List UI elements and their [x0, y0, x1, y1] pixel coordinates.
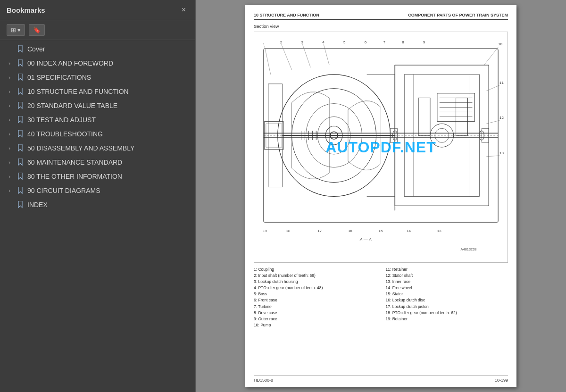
svg-text:2: 2: [280, 40, 283, 44]
svg-text:16: 16: [348, 228, 352, 233]
expand-arrow-icon[interactable]: ›: [6, 145, 13, 151]
section-view-label: Section view: [254, 24, 508, 29]
document-page: 10 STRUCTURE AND FUNCTION COMPONENT PART…: [245, 5, 516, 387]
svg-text:10: 10: [498, 42, 502, 46]
bookmark-item-cover[interactable]: ›Cover: [0, 42, 195, 56]
bookmark-label: 00 INDEX AND FOREWORD: [27, 59, 191, 67]
bookmark-flag-icon: [16, 173, 25, 180]
bookmark-flag-icon: [16, 187, 25, 194]
svg-text:1: 1: [263, 42, 265, 46]
bookmark-item-40[interactable]: ›40 TROUBLESHOOTING: [0, 127, 195, 141]
part-entry: 9: Outer race: [254, 316, 376, 322]
bookmark-item-10[interactable]: ›10 STRUCTURE AND FUNCTION: [0, 84, 195, 99]
document-panel: 10 STRUCTURE AND FUNCTION COMPONENT PART…: [196, 0, 566, 392]
expand-arrow-icon[interactable]: ›: [6, 117, 13, 123]
expand-all-button[interactable]: ⊞ ▾: [7, 24, 25, 36]
bookmark-item-30[interactable]: ›30 TEST AND ADJUST: [0, 113, 195, 127]
chevron-down-icon: ▾: [17, 26, 21, 33]
doc-header: 10 STRUCTURE AND FUNCTION COMPONENT PART…: [254, 13, 508, 20]
part-entry: 6: Front case: [254, 297, 376, 303]
part-entry: 14: Free wheel: [386, 285, 508, 291]
close-button[interactable]: ×: [179, 5, 189, 15]
svg-text:13: 13: [437, 228, 441, 233]
parts-list: 1: Coupling2: Input shaft (number of tee…: [254, 267, 508, 329]
svg-text:18: 18: [286, 228, 291, 233]
svg-text:A — A: A — A: [359, 237, 372, 242]
bookmark-flag-icon: [16, 116, 25, 124]
bookmark-item-90[interactable]: ›90 CIRCUIT DIAGRAMS: [0, 183, 195, 198]
bookmark-flag-icon: [16, 130, 25, 138]
svg-text:5: 5: [343, 40, 346, 44]
part-entry: 13: Inner race: [386, 279, 508, 285]
bookmark-list: ›Cover›00 INDEX AND FOREWORD›01 SPECIFIC…: [0, 40, 195, 392]
svg-text:7: 7: [383, 40, 385, 44]
expand-arrow-icon[interactable]: ›: [6, 188, 13, 193]
parts-col-right: 11: Retainer12: Stator shaft13: Inner ra…: [386, 267, 508, 329]
bookmark-item-00[interactable]: ›00 INDEX AND FOREWORD: [0, 56, 195, 70]
bookmarks-panel: Bookmarks × ⊞ ▾ 🔖 ›Cover›00 INDEX AND FO…: [0, 0, 196, 392]
bookmark-item-20[interactable]: ›20 STANDARD VALUE TABLE: [0, 99, 195, 113]
part-entry: 12: Stator shaft: [386, 273, 508, 279]
expand-arrow-icon[interactable]: ›: [6, 75, 13, 80]
bookmark-flag-icon: [16, 158, 25, 166]
bookmark-item-80[interactable]: ›80 THE OTHER INFORMATION: [0, 169, 195, 183]
bookmark-flag-icon: [16, 201, 25, 209]
bookmark-view-button[interactable]: 🔖: [29, 24, 45, 36]
bookmark-label: 50 DISASSEMBLY AND ASSEMBLY: [27, 144, 191, 152]
bookmark-item-01[interactable]: ›01 SPECIFICATIONS: [0, 70, 195, 84]
part-entry: 19: Retainer: [386, 316, 508, 322]
bookmark-flag-icon: [16, 59, 25, 67]
bookmark-label: Cover: [27, 45, 191, 53]
doc-footer-right: 10-199: [495, 378, 508, 383]
part-entry: 5: Boss: [254, 291, 376, 297]
bookmark-item-index[interactable]: ›INDEX: [0, 198, 195, 212]
bookmark-label: 40 TROUBLESHOOTING: [27, 130, 191, 138]
part-entry: 18: PTO idler gear (number of teeth: 62): [386, 310, 508, 316]
bookmark-label: 01 SPECIFICATIONS: [27, 74, 191, 81]
bookmark-flag-icon: [16, 102, 25, 109]
svg-text:8: 8: [402, 40, 404, 44]
part-entry: 16: Lockup clutch disc: [386, 297, 508, 303]
bookmark-item-50[interactable]: ›50 DISASSEMBLY AND ASSEMBLY: [0, 141, 195, 155]
expand-arrow-icon[interactable]: ›: [6, 60, 13, 66]
svg-text:4: 4: [322, 40, 325, 44]
expand-arrow-icon[interactable]: ›: [6, 131, 13, 137]
bookmark-label: 60 MAINTENANCE STANDARD: [27, 158, 191, 166]
svg-text:19: 19: [263, 228, 267, 233]
expand-arrow-icon[interactable]: ›: [6, 103, 13, 108]
svg-text:17: 17: [317, 228, 322, 233]
expand-arrow-icon[interactable]: ›: [6, 159, 13, 165]
diagram-container: AUTOPDF.NET 1 2 3 4 5 6 7 8 9 10 11 12 1…: [254, 32, 508, 263]
bookmark-label: INDEX: [27, 201, 191, 209]
doc-header-right: COMPONENT PARTS OF POWER TRAIN SYSTEM: [408, 13, 508, 17]
bookmark-item-60[interactable]: ›60 MAINTENANCE STANDARD: [0, 155, 195, 169]
svg-text:12: 12: [499, 116, 504, 120]
part-entry: 8: Drive case: [254, 310, 376, 316]
bookmark-flag-icon: [16, 74, 25, 81]
bookmark-label: 80 THE OTHER INFORMATION: [27, 173, 191, 180]
grid-icon: ⊞: [11, 26, 16, 33]
svg-text:3: 3: [301, 40, 303, 44]
part-entry: 11: Retainer: [386, 267, 508, 273]
svg-text:15: 15: [379, 228, 383, 233]
doc-footer: HD1500-8 10-199: [254, 375, 508, 383]
svg-text:6: 6: [365, 40, 367, 44]
bookmark-icon: 🔖: [33, 26, 41, 33]
expand-arrow-icon[interactable]: ›: [6, 174, 13, 179]
bookmark-label: 30 TEST AND ADJUST: [27, 116, 191, 124]
doc-footer-left: HD1500-8: [254, 378, 273, 383]
svg-text:9: 9: [423, 40, 425, 44]
part-entry: 15: Stator: [386, 291, 508, 297]
part-entry: 10: Pump: [254, 322, 376, 328]
bookmark-label: 10 STRUCTURE AND FUNCTION: [27, 88, 191, 95]
part-entry: 7: Turbine: [254, 304, 376, 310]
parts-col-left: 1: Coupling2: Input shaft (number of tee…: [254, 267, 376, 329]
part-entry: 1: Coupling: [254, 267, 376, 273]
sidebar-header: Bookmarks ×: [0, 0, 195, 20]
doc-header-left: 10 STRUCTURE AND FUNCTION: [254, 13, 319, 17]
diagram-svg: 1 2 3 4 5 6 7 8 9 10 11 12 13: [254, 32, 508, 262]
expand-arrow-icon[interactable]: ›: [6, 89, 13, 94]
sidebar-title: Bookmarks: [7, 6, 45, 14]
svg-text:14: 14: [407, 228, 411, 233]
bookmark-flag-icon: [16, 45, 25, 53]
